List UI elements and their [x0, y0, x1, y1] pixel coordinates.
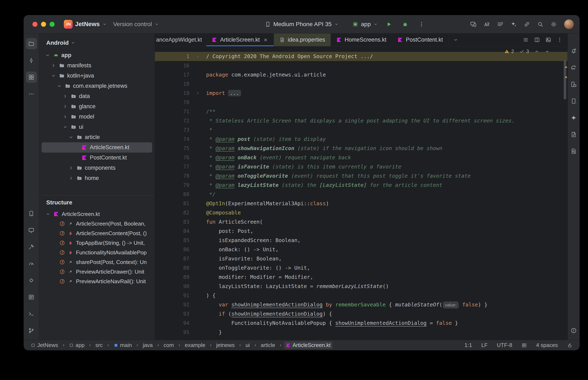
code-line-19[interactable]: 19import ... [155, 89, 568, 98]
breadcrumb-app[interactable]: app [67, 341, 87, 349]
code-line-92[interactable]: 92 var showUnimplementedActionDialog by … [155, 300, 568, 309]
project-item-com-example-jetnews[interactable]: com.example.jetnews [42, 81, 152, 91]
project-item-postcontent-kt[interactable]: PostContent.kt [42, 152, 152, 163]
code-line-71[interactable]: 71/** [155, 107, 568, 116]
commit-toolwindow-button[interactable] [26, 55, 37, 66]
structure-item-sharepost-post-context-un[interactable]: fsharePost(Post, Context): Un [42, 257, 152, 267]
split-editor-button[interactable] [532, 35, 542, 45]
line-number-17[interactable]: 17 [155, 70, 189, 79]
project-item-model[interactable]: model [42, 112, 152, 122]
gradle-toolwindow-button[interactable] [568, 62, 579, 73]
breadcrumb-jetnews[interactable]: JetNews [29, 341, 60, 349]
more-vertical-button[interactable] [554, 35, 565, 45]
project-item-data[interactable]: data [42, 91, 152, 101]
write-access[interactable] [567, 342, 572, 348]
project-item-manifests[interactable]: manifests [42, 60, 152, 71]
breadcrumb-jetnews[interactable]: jetnews [214, 341, 237, 349]
terminal-toolwindow-button[interactable] [26, 308, 37, 319]
device-manager-toolwindow-button[interactable] [26, 208, 37, 219]
run-button[interactable] [383, 19, 394, 30]
line-number-86[interactable]: 86 [155, 245, 189, 254]
line-number-93[interactable]: 93 [155, 309, 189, 319]
code-line-74[interactable]: 74 * @param post (state) item to display [155, 135, 568, 144]
device-selector[interactable]: Medium Phone API 35 [264, 21, 339, 28]
code-line-82[interactable]: 82@Composable [155, 208, 568, 217]
code-line-90[interactable]: 90 lazyListState: LazyListState = rememb… [155, 282, 568, 291]
code-line-80[interactable]: 80 */ [155, 190, 568, 199]
search-button[interactable] [535, 19, 546, 30]
code-line-95[interactable]: 95 } [155, 328, 568, 337]
reader-mode[interactable] [522, 342, 527, 348]
close-window-button[interactable] [32, 22, 38, 27]
edit-file-toolwindow-button[interactable] [568, 129, 579, 140]
inspections-widget[interactable]: 2 3 [504, 49, 550, 54]
next-problem-icon[interactable] [545, 49, 550, 54]
more-run-options-button[interactable] [416, 19, 427, 30]
run-configuration-selector[interactable]: app [352, 21, 378, 28]
breadcrumb-example[interactable]: example [183, 341, 207, 349]
structure-item-articlescreen-post-boolean[interactable]: fArticleScreen(Post, Boolean, [42, 219, 152, 228]
line-number-71[interactable]: 71 [155, 107, 189, 116]
line-number-74[interactable]: 74 [155, 135, 189, 144]
line-number-91[interactable]: 91 [155, 291, 189, 300]
code-line-84[interactable]: 84 post: Post, [155, 227, 568, 236]
previous-problem-icon[interactable] [534, 49, 539, 54]
gemini-toolwindow-button[interactable] [568, 112, 579, 123]
ai-assistant-button[interactable] [508, 19, 519, 30]
link-button[interactable] [522, 19, 532, 30]
indentation[interactable]: 4 spaces [536, 342, 558, 348]
notifications-toolwindow-button[interactable] [568, 45, 579, 57]
line-number-85[interactable]: 85 [155, 236, 189, 245]
line-number-83[interactable]: 83 [155, 217, 189, 227]
project-item-home[interactable]: home [42, 173, 152, 183]
device-mirror-button[interactable] [468, 19, 479, 30]
editor-tab-anceappwidget-kt[interactable]: anceAppWidget.kt [155, 34, 206, 46]
breadcrumb-article[interactable]: article [259, 341, 277, 349]
line-number-78[interactable]: 78 [155, 171, 189, 181]
close-tab-icon[interactable] [263, 37, 268, 43]
project-widget[interactable]: JN JetNews [64, 20, 107, 29]
find-in-files-toolwindow-button[interactable] [568, 146, 579, 157]
breadcrumb-ui[interactable]: ui [243, 341, 252, 349]
project-item-glance[interactable]: glance [42, 101, 152, 112]
line-number-95[interactable]: 95 [155, 328, 189, 337]
running-devices-toolwindow-button[interactable] [26, 225, 37, 236]
code-line-81[interactable]: 81@OptIn(ExperimentalMaterial3Api::class… [155, 199, 568, 208]
line-number-18[interactable]: 18 [155, 79, 189, 89]
breadcrumb-main[interactable]: main [112, 341, 134, 349]
list-settings-button[interactable] [495, 19, 506, 30]
line-number-72[interactable]: 72 [155, 116, 189, 125]
logcat-toolwindow-button[interactable] [26, 291, 37, 303]
line-number-70[interactable]: 70 [155, 98, 189, 107]
line-number-84[interactable]: 84 [155, 227, 189, 236]
hidden-tabs-button[interactable] [451, 35, 461, 45]
project-item-kotlin-java[interactable]: kotlin+java [42, 71, 152, 81]
profiler-toolwindow-button[interactable] [26, 258, 37, 269]
vcs-widget[interactable]: Version control [113, 21, 159, 28]
structure-item-articlescreencontent-post[interactable]: fArticleScreenContent(Post, () [42, 228, 152, 238]
line-number-76[interactable]: 76 [155, 153, 189, 162]
code-line-79[interactable]: 79 * @param lazyListState (state) the [L… [155, 181, 568, 190]
problems-toolwindow-button[interactable] [568, 325, 579, 336]
structure-item-articlescreen-kt[interactable]: ArticleScreen.kt [42, 209, 152, 219]
code-line-76[interactable]: 76 * @param onBack (event) request navig… [155, 153, 568, 162]
project-item-article[interactable]: article [42, 132, 152, 142]
editor-tab-articlescreen-kt[interactable]: ArticleScreen.kt [206, 34, 274, 46]
encoding[interactable]: UTF-8 [497, 342, 512, 348]
line-number-79[interactable]: 79 [155, 181, 189, 190]
line-number-94[interactable]: 94 [155, 319, 189, 328]
device-explorer-toolwindow-button[interactable] [568, 79, 579, 90]
git-branch-toolwindow-button[interactable] [26, 325, 37, 336]
device-preview-button[interactable] [543, 35, 553, 45]
structure-item-previewarticledrawer-unit[interactable]: fPreviewArticleDrawer(): Unit [42, 267, 152, 277]
line-number-16[interactable]: 16 [155, 61, 189, 70]
breadcrumb-com[interactable]: com [162, 341, 176, 349]
code-line-87[interactable]: 87 isFavorite: Boolean, [155, 254, 568, 263]
translate-button[interactable] [481, 19, 492, 30]
build-toolwindow-button[interactable] [26, 241, 37, 252]
line-number-77[interactable]: 77 [155, 162, 189, 171]
editor-tab-homescreens-kt[interactable]: HomeScreens.kt [331, 34, 392, 46]
code-line-89[interactable]: 89 modifier: Modifier = Modifier, [155, 273, 568, 282]
code-editor[interactable]: 1/ Copyright 2020 The Android Open Sourc… [155, 46, 568, 340]
code-line-93[interactable]: 93 if (showUnimplementedActionDialog) { [155, 309, 568, 319]
